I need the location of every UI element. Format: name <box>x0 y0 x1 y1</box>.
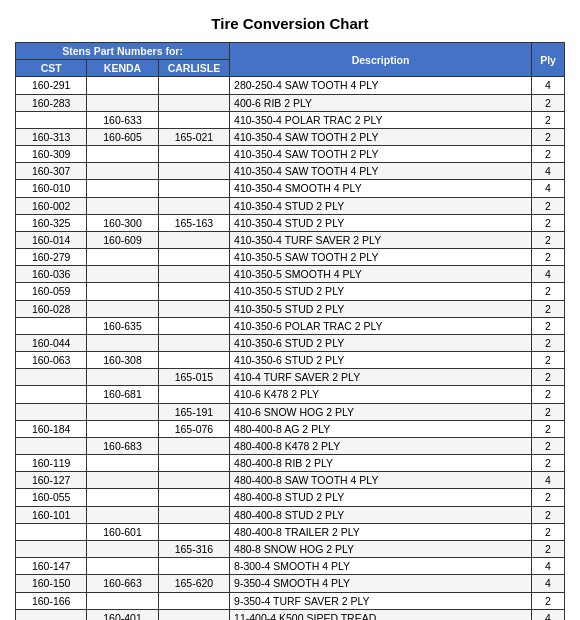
kenda-cell <box>87 558 158 575</box>
ply-cell: 4 <box>532 609 565 620</box>
carlisle-cell <box>158 386 229 403</box>
ply-cell: 2 <box>532 146 565 163</box>
carlisle-cell <box>158 609 229 620</box>
ply-cell: 4 <box>532 163 565 180</box>
kenda-cell <box>87 506 158 523</box>
ply-cell: 2 <box>532 523 565 540</box>
stens-header: Stens Part Numbers for: <box>16 43 230 60</box>
ply-cell: 2 <box>532 214 565 231</box>
description-cell: 410-350-6 POLAR TRAC 2 PLY <box>230 317 532 334</box>
description-cell: 480-400-8 K478 2 PLY <box>230 437 532 454</box>
cst-cell: 160-119 <box>16 455 87 472</box>
carlisle-cell <box>158 455 229 472</box>
cst-cell: 160-101 <box>16 506 87 523</box>
description-cell: 410-350-4 SMOOTH 4 PLY <box>230 180 532 197</box>
description-cell: 410-350-5 SMOOTH 4 PLY <box>230 266 532 283</box>
table-row: 160-1669-350-4 TURF SAVER 2 PLY2 <box>16 592 565 609</box>
description-cell: 410-350-5 STUD 2 PLY <box>230 300 532 317</box>
cst-cell: 160-063 <box>16 352 87 369</box>
table-row: 160-1478-300-4 SMOOTH 4 PLY4 <box>16 558 565 575</box>
table-row: 160-028410-350-5 STUD 2 PLY2 <box>16 300 565 317</box>
description-cell: 410-6 K478 2 PLY <box>230 386 532 403</box>
kenda-cell: 160-601 <box>87 523 158 540</box>
ply-cell: 2 <box>532 352 565 369</box>
description-cell: 410-350-6 STUD 2 PLY <box>230 352 532 369</box>
page-title: Tire Conversion Chart <box>15 15 565 32</box>
ply-cell: 2 <box>532 249 565 266</box>
carlisle-cell: 165-316 <box>158 540 229 557</box>
carlisle-cell <box>158 489 229 506</box>
cst-cell <box>16 317 87 334</box>
kenda-cell <box>87 403 158 420</box>
cst-cell: 160-325 <box>16 214 87 231</box>
cst-cell: 160-147 <box>16 558 87 575</box>
kenda-cell <box>87 197 158 214</box>
carlisle-cell <box>158 437 229 454</box>
cst-cell <box>16 437 87 454</box>
cst-cell: 160-283 <box>16 94 87 111</box>
carlisle-cell <box>158 180 229 197</box>
cst-cell <box>16 386 87 403</box>
cst-cell <box>16 111 87 128</box>
table-row: 160-127480-400-8 SAW TOOTH 4 PLY4 <box>16 472 565 489</box>
description-cell: 410-350-4 SAW TOOTH 2 PLY <box>230 128 532 145</box>
carlisle-cell <box>158 523 229 540</box>
description-cell: 400-6 RIB 2 PLY <box>230 94 532 111</box>
description-header: Description <box>230 43 532 77</box>
kenda-cell: 160-609 <box>87 231 158 248</box>
cst-cell <box>16 540 87 557</box>
kenda-cell: 160-605 <box>87 128 158 145</box>
carlisle-cell <box>158 352 229 369</box>
carlisle-cell <box>158 300 229 317</box>
carlisle-cell <box>158 163 229 180</box>
carlisle-cell <box>158 266 229 283</box>
table-row: 160-601480-400-8 TRAILER 2 PLY2 <box>16 523 565 540</box>
ply-cell: 2 <box>532 197 565 214</box>
kenda-cell: 160-635 <box>87 317 158 334</box>
cst-cell: 160-055 <box>16 489 87 506</box>
description-cell: 480-400-8 RIB 2 PLY <box>230 455 532 472</box>
ply-cell: 2 <box>532 506 565 523</box>
description-cell: 410-350-4 TURF SAVER 2 PLY <box>230 231 532 248</box>
description-cell: 410-350-5 SAW TOOTH 2 PLY <box>230 249 532 266</box>
carlisle-cell <box>158 146 229 163</box>
carlisle-cell <box>158 472 229 489</box>
ply-cell: 2 <box>532 403 565 420</box>
table-row: 160-150160-663165-6209-350-4 SMOOTH 4 PL… <box>16 575 565 592</box>
description-cell: 480-400-8 SAW TOOTH 4 PLY <box>230 472 532 489</box>
description-cell: 480-8 SNOW HOG 2 PLY <box>230 540 532 557</box>
kenda-cell <box>87 455 158 472</box>
kenda-cell <box>87 420 158 437</box>
kenda-cell <box>87 94 158 111</box>
ply-cell: 4 <box>532 266 565 283</box>
table-row: 160-633410-350-4 POLAR TRAC 2 PLY2 <box>16 111 565 128</box>
description-cell: 9-350-4 SMOOTH 4 PLY <box>230 575 532 592</box>
cst-cell: 160-184 <box>16 420 87 437</box>
description-cell: 11-400-4 K500 SIPED TREAD <box>230 609 532 620</box>
kenda-cell <box>87 334 158 351</box>
carlisle-cell <box>158 111 229 128</box>
ply-cell: 2 <box>532 386 565 403</box>
table-row: 165-191410-6 SNOW HOG 2 PLY2 <box>16 403 565 420</box>
carlisle-cell <box>158 249 229 266</box>
ply-cell: 2 <box>532 540 565 557</box>
cst-cell: 160-010 <box>16 180 87 197</box>
cst-cell <box>16 609 87 620</box>
kenda-cell <box>87 540 158 557</box>
table-row: 160-119480-400-8 RIB 2 PLY2 <box>16 455 565 472</box>
table-row: 165-015410-4 TURF SAVER 2 PLY2 <box>16 369 565 386</box>
carlisle-cell: 165-015 <box>158 369 229 386</box>
cst-cell: 160-291 <box>16 77 87 94</box>
tire-conversion-table: Stens Part Numbers for: Description Ply … <box>15 42 565 620</box>
cst-cell <box>16 523 87 540</box>
ply-cell: 4 <box>532 558 565 575</box>
table-row: 160-325160-300165-163410-350-4 STUD 2 PL… <box>16 214 565 231</box>
kenda-cell <box>87 489 158 506</box>
ply-cell: 2 <box>532 300 565 317</box>
description-cell: 480-400-8 STUD 2 PLY <box>230 489 532 506</box>
kenda-cell: 160-633 <box>87 111 158 128</box>
cst-cell: 160-002 <box>16 197 87 214</box>
kenda-cell: 160-300 <box>87 214 158 231</box>
ply-cell: 2 <box>532 231 565 248</box>
description-cell: 410-350-5 STUD 2 PLY <box>230 283 532 300</box>
